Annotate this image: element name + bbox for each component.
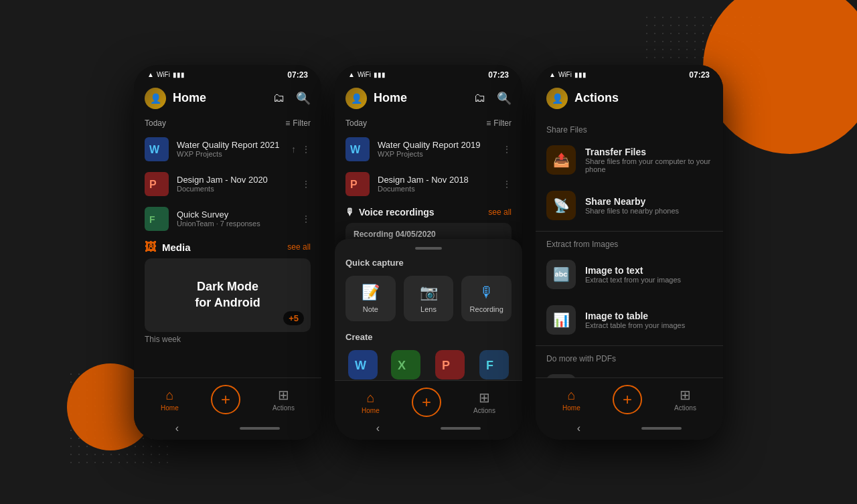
svg-text:P: P: [442, 359, 450, 372]
app-title-3: Actions: [574, 91, 712, 105]
image-to-table-item-3[interactable]: 📊 Image to table Extract table from your…: [536, 297, 723, 343]
bottom-nav-2: ⌂ Home + ⊞ Actions: [335, 380, 522, 421]
sign-pdf-item-3[interactable]: ✍ Sign a PDF Add your signature to a PDF: [536, 366, 723, 377]
file-actions-ppt-2: ⋮: [502, 179, 512, 189]
nav-home-3[interactable]: ⌂ Home: [562, 388, 580, 412]
media-see-all-1[interactable]: see all: [287, 242, 311, 252]
share-nearby-item-3[interactable]: 📡 Share Nearby Share files to nearby pho…: [536, 183, 723, 228]
svg-text:F: F: [149, 214, 155, 225]
file-item-ppt-1[interactable]: P Design Jam - Nov 2020 Documents ⋮: [134, 167, 321, 201]
status-icons-3: ▲WiFi▮▮▮: [549, 71, 587, 78]
svg-text:X: X: [398, 359, 406, 372]
phone-nav-2: ‹: [335, 418, 522, 440]
capture-lens-btn-2[interactable]: 📷 Lens: [404, 276, 454, 321]
more-icon-ppt-2[interactable]: ⋮: [502, 179, 512, 189]
transfer-files-item-3[interactable]: 📤 Transfer Files Share files from your c…: [536, 137, 723, 183]
media-text-1: Dark Modefor Android: [195, 279, 260, 311]
file-item-word-1[interactable]: W Water Quality Report 2021 WXP Projects…: [134, 132, 321, 167]
voice-see-all-2[interactable]: see all: [488, 207, 512, 217]
transfer-files-info-3: Transfer Files Share files from your com…: [585, 147, 712, 173]
back-btn-3[interactable]: ‹: [577, 422, 580, 434]
this-week-label-1: This week: [134, 332, 321, 347]
actions-nav-icon-1: ⊞: [278, 387, 289, 403]
transfer-files-title-3: Transfer Files: [585, 147, 712, 157]
nav-actions-3[interactable]: ⊞ Actions: [674, 387, 696, 412]
bottom-nav-3: ⌂ Home + ⊞ Actions: [536, 377, 723, 418]
file-item-ppt-2[interactable]: P Design Jam - Nov 2018 Documents ⋮: [335, 167, 522, 201]
actions-nav-icon-3: ⊞: [680, 387, 691, 403]
ppt-create-icon-2: P: [435, 350, 465, 380]
voice-header-2: 🎙 Voice recordings see all: [345, 207, 512, 218]
recording-date-2: Recording 04/05/2020: [354, 230, 503, 239]
more-icon-1[interactable]: ⋮: [301, 144, 311, 155]
folder-icon-1[interactable]: 🗂: [273, 91, 285, 106]
back-btn-2[interactable]: ‹: [376, 422, 380, 434]
filter-btn-1[interactable]: ≡ Filter: [285, 118, 311, 128]
phone-nav-1: ‹: [134, 418, 321, 440]
upload-icon-1[interactable]: ↑: [291, 144, 296, 155]
share-nearby-title-3: Share Nearby: [585, 196, 679, 207]
search-icon-2[interactable]: 🔍: [497, 91, 512, 106]
status-bar-3: ▲WiFi▮▮▮ 07:23: [536, 65, 723, 82]
home-nav-label-1: Home: [161, 404, 179, 412]
nav-home-2[interactable]: ⌂ Home: [362, 390, 380, 414]
file-item-forms-1[interactable]: F Quick Survey UnionTeam · 7 responses ⋮: [134, 201, 321, 236]
image-to-table-info-3: Image to table Extract table from your i…: [585, 311, 685, 329]
media-header-1: 🖼 Media see all: [134, 236, 321, 258]
search-icon-1[interactable]: 🔍: [296, 91, 311, 106]
file-info-forms-1: Quick Survey UnionTeam · 7 responses: [177, 209, 293, 228]
more-icon-ppt-1[interactable]: ⋮: [301, 179, 311, 189]
svg-text:P: P: [149, 179, 157, 190]
share-nearby-icon-3: 📡: [546, 191, 576, 220]
nav-home-1[interactable]: ⌂ Home: [161, 388, 179, 412]
back-btn-1[interactable]: ‹: [175, 422, 179, 434]
forms-icon-1: F: [145, 207, 169, 231]
phones-container: ▲WiFi▮▮▮ 07:23 👤 Home 🗂 🔍 Today ≡ Filter: [134, 65, 723, 440]
nav-add-btn-1[interactable]: +: [211, 385, 240, 414]
app-header-2: 👤 Home 🗂 🔍: [335, 82, 522, 114]
excel-create-icon-2: X: [391, 350, 420, 380]
header-icons-1: 🗂 🔍: [273, 91, 311, 106]
file-name-word-2: Water Quality Report 2019: [378, 140, 494, 150]
today-label-2: Today: [345, 118, 367, 128]
status-time-2: 07:23: [488, 70, 509, 80]
image-to-text-item-3[interactable]: 🔤 Image to text Extract text from your i…: [536, 252, 723, 297]
lens-label-2: Lens: [420, 305, 437, 313]
today-section-1: Today ≡ Filter: [134, 114, 321, 132]
status-time-1: 07:23: [287, 70, 308, 80]
home-nav-label-2: Home: [362, 407, 380, 414]
capture-note-btn-2[interactable]: 📝 Note: [345, 276, 396, 321]
transfer-files-desc-3: Share files from your computer to your p…: [585, 157, 712, 173]
svg-text:W: W: [355, 359, 366, 372]
file-item-word-2[interactable]: W Water Quality Report 2019 WXP Projects…: [335, 132, 522, 167]
nav-add-btn-3[interactable]: +: [613, 385, 642, 414]
file-name-ppt-2: Design Jam - Nov 2018: [378, 175, 494, 185]
file-meta-ppt-1: Documents: [177, 185, 293, 193]
mic-icon-2: 🎙: [345, 207, 355, 218]
folder-icon-2[interactable]: 🗂: [474, 91, 486, 106]
quick-capture-row-2: 📝 Note 📷 Lens 🎙 Recording: [345, 276, 512, 321]
actions-nav-label-2: Actions: [473, 407, 495, 414]
more-icon-word-2[interactable]: ⋮: [502, 144, 512, 155]
capture-recording-btn-2[interactable]: 🎙 Recording: [461, 276, 512, 321]
home-nav-icon-3: ⌂: [567, 388, 575, 403]
svg-text:W: W: [149, 144, 160, 155]
today-section-2: Today ≡ Filter: [335, 114, 522, 132]
transfer-files-icon-3: 📤: [546, 145, 576, 175]
media-badge-1: +5: [283, 311, 304, 325]
word-icon-1: W: [145, 137, 169, 161]
home-indicator-2: [441, 427, 481, 430]
header-icons-2: 🗂 🔍: [474, 91, 512, 106]
actions-nav-icon-2: ⊞: [479, 390, 490, 406]
app-title-2: Home: [374, 91, 467, 105]
nav-add-btn-2[interactable]: +: [412, 388, 441, 417]
svg-text:F: F: [486, 359, 493, 372]
nav-actions-2[interactable]: ⊞ Actions: [473, 390, 495, 414]
bottom-nav-1: ⌂ Home + ⊞ Actions: [134, 377, 321, 418]
status-time-3: 07:23: [689, 70, 710, 80]
filter-btn-2[interactable]: ≡ Filter: [486, 118, 512, 128]
more-icon-forms-1[interactable]: ⋮: [301, 214, 311, 224]
file-name-ppt-1: Design Jam - Nov 2020: [177, 175, 293, 185]
nav-actions-1[interactable]: ⊞ Actions: [272, 387, 295, 412]
media-thumbnail-1[interactable]: Dark Modefor Android +5: [145, 258, 311, 332]
